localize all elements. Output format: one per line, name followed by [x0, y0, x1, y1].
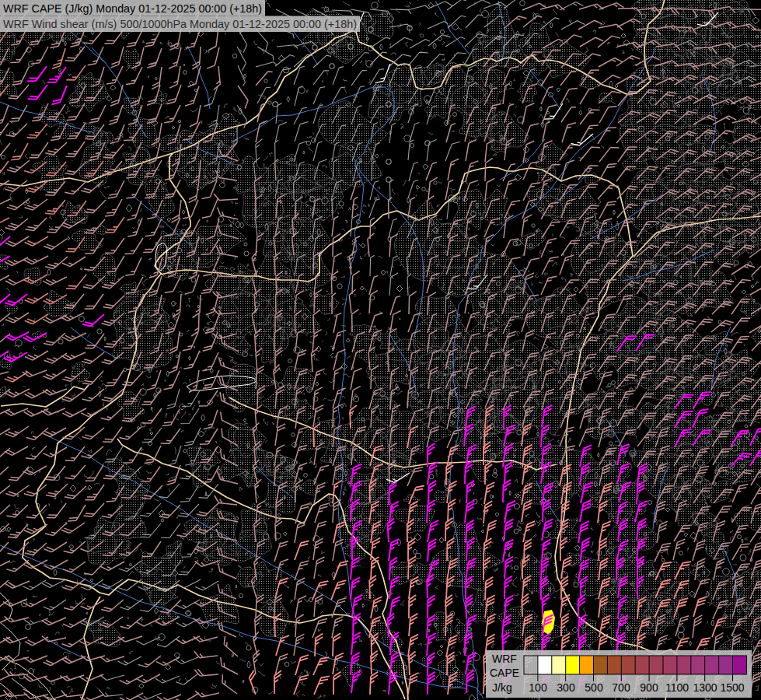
svg-text:100: 100 — [529, 681, 547, 694]
svg-text:1500: 1500 — [720, 681, 744, 694]
svg-text:WRF Wind shear (m/s) 500/1000h: WRF Wind shear (m/s) 500/1000hPa Monday … — [3, 18, 357, 30]
svg-text:500: 500 — [585, 681, 603, 694]
svg-text:700: 700 — [612, 681, 630, 694]
svg-text:300: 300 — [557, 681, 575, 694]
svg-text:1100: 1100 — [665, 681, 689, 694]
svg-text:J/kg: J/kg — [492, 681, 512, 694]
svg-text:900: 900 — [640, 681, 658, 694]
svg-text:WRF CAPE (J/kg) Monday 01-12-2: WRF CAPE (J/kg) Monday 01-12-2025 00:00 … — [3, 2, 262, 15]
svg-text:1300: 1300 — [693, 681, 717, 694]
svg-text:CAPE: CAPE — [490, 667, 519, 679]
svg-text:WRF: WRF — [492, 653, 517, 665]
